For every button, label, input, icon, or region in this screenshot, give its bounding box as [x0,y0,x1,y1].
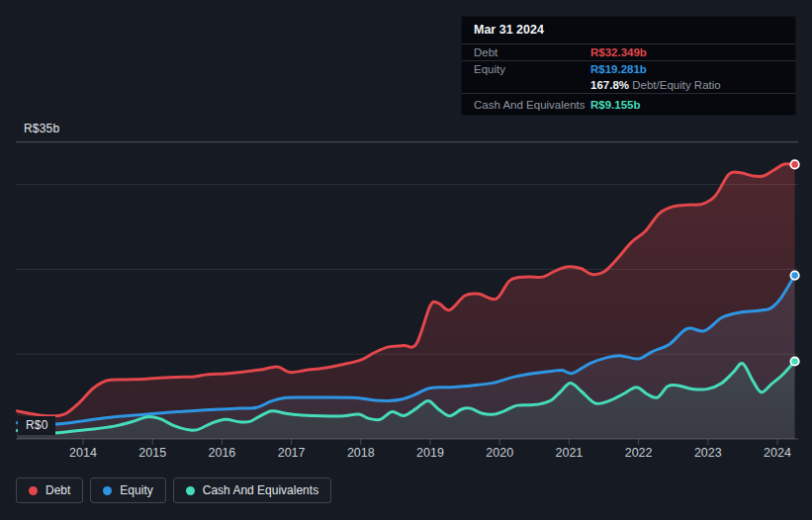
tooltip-date: Mar 31 2024 [462,17,795,44]
cash-legend-dot-icon [186,486,195,495]
tooltip-equity-value: R$19.281b [590,63,647,75]
y-axis-max-label: R$35b [24,122,59,135]
tooltip-debt-row: Debt R$32.349b [462,44,795,61]
debt-endpoint-marker [790,160,798,168]
y-axis-zero-label: R$0 [18,416,55,435]
x-tick-label-2019: 2019 [416,446,444,460]
x-tick-label-2017: 2017 [278,446,306,460]
x-tick-label-2022: 2022 [625,446,653,460]
tooltip-ratio: 167.8% Debt/Equity Ratio [590,79,721,91]
x-tick-label-2021: 2021 [555,446,583,460]
x-tick-label-2023: 2023 [694,446,722,460]
x-tick-label-2014: 2014 [69,446,97,460]
debt-legend-dot-icon [29,486,38,495]
tooltip-ratio-label: Debt/Equity Ratio [632,79,721,91]
chart-tooltip: Mar 31 2024 Debt R$32.349b Equity R$19.2… [461,16,796,116]
tooltip-ratio-row: 167.8% Debt/Equity Ratio [462,77,795,94]
tooltip-cash-value: R$9.155b [590,99,641,111]
legend-item-equity[interactable]: Equity [90,477,165,503]
legend-item-label: Debt [45,483,70,497]
legend-item-debt[interactable]: Debt [16,477,83,503]
tooltip-ratio-value: 167.8% [590,79,629,91]
tooltip-cash-row: Cash And Equivalents R$9.155b [462,94,795,115]
x-tick-label-2020: 2020 [486,446,513,460]
legend-item-label: Equity [120,483,152,497]
equity-legend-dot-icon [103,486,112,495]
tooltip-debt-value: R$32.349b [590,46,647,58]
legend-item-cash[interactable]: Cash And Equivalents [173,477,331,503]
chart-legend: Debt Equity Cash And Equivalents [16,477,331,503]
legend-item-label: Cash And Equivalents [203,483,318,497]
tooltip-cash-label: Cash And Equivalents [474,99,590,111]
tooltip-equity-row: Equity R$19.281b [462,61,795,77]
tooltip-debt-label: Debt [474,46,590,58]
x-tick-label-2015: 2015 [138,446,166,460]
debt-equity-history-chart: 2014201520162017201820192020202120222023… [0,0,812,520]
equity-endpoint-marker [790,271,798,279]
cash-and-equivalents-endpoint-marker [790,357,798,365]
tooltip-equity-label: Equity [474,63,590,75]
x-tick-label-2018: 2018 [347,446,375,460]
x-tick-label-2024: 2024 [764,446,791,460]
x-tick-label-2016: 2016 [208,446,235,460]
